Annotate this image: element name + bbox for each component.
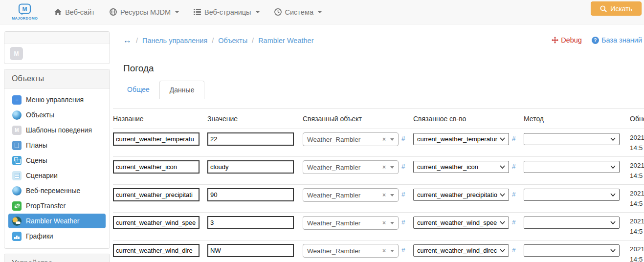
linked-property-select[interactable]: current_weather_temperatur	[413, 133, 509, 145]
method-select[interactable]	[524, 189, 620, 201]
property-value-input[interactable]	[207, 244, 294, 257]
column-header-updated: Обновлено	[630, 115, 644, 123]
chevron-down-icon	[610, 137, 616, 141]
linked-object-select[interactable]: Weather_Rambler ×	[303, 160, 399, 174]
chevron-down-icon	[390, 250, 394, 252]
sidebar-item-web-variables[interactable]: Веб-переменные	[8, 183, 106, 198]
nav-item-resources-mjdm[interactable]: Ресурсы MJDM	[110, 8, 179, 16]
brand-text: MAJORDOMO	[12, 16, 38, 21]
linked-object-value: Weather_Rambler	[307, 219, 360, 227]
linked-object-select[interactable]: Weather_Rambler ×	[303, 244, 399, 258]
property-name-input[interactable]	[113, 188, 200, 201]
sidebar-item-control-menu[interactable]: ≡ Меню управления	[8, 92, 106, 107]
chevron-down-icon	[500, 165, 505, 169]
debug-link[interactable]: Debug	[552, 36, 582, 44]
method-select[interactable]	[524, 244, 620, 257]
tab-data[interactable]: Данные	[159, 81, 205, 99]
sidebar-item-rambler-weather[interactable]: Rambler Weather	[8, 214, 106, 228]
nav-item-website[interactable]: Веб-сайт	[54, 8, 95, 16]
knowledge-base-link[interactable]: ? База знаний	[592, 36, 642, 44]
linked-object-select[interactable]: Weather_Rambler ×	[303, 216, 399, 230]
header-links: Debug ? База знаний	[552, 36, 642, 44]
property-hash-link[interactable]: #	[512, 163, 516, 170]
tab-general[interactable]: Общее	[117, 81, 159, 99]
sidebar-item-behavior-templates[interactable]: M Шаблоны поведения	[8, 123, 106, 137]
object-hash-link[interactable]: #	[401, 163, 405, 170]
scenario-icon	[12, 171, 22, 180]
property-name-input[interactable]	[113, 216, 200, 229]
sidebar-objects-panel: Объекты ≡ Меню управления Объекты M Шабл…	[4, 69, 110, 249]
clear-icon[interactable]: ×	[382, 247, 386, 254]
chevron-down-icon	[175, 11, 179, 13]
sidebar-item-label: Веб-переменные	[26, 187, 80, 195]
clear-icon[interactable]: ×	[382, 192, 386, 198]
property-hash-link[interactable]: #	[512, 191, 516, 198]
linked-object-select[interactable]: Weather_Rambler ×	[303, 188, 399, 202]
linked-property-select[interactable]: current_weather_icon	[413, 161, 509, 173]
column-header-method: Метод	[524, 115, 630, 123]
property-hash-link[interactable]: #	[512, 246, 516, 254]
breadcrumb-link-control-panel[interactable]: Панель управления	[142, 37, 207, 44]
property-name-input[interactable]	[113, 160, 200, 174]
table-row: Weather_Rambler × # current_weather_temp…	[113, 129, 644, 156]
property-value-input[interactable]	[207, 216, 294, 229]
object-hash-link[interactable]: #	[401, 191, 405, 198]
object-hash-link[interactable]: #	[401, 246, 405, 254]
breadcrumb-link-rambler-weather[interactable]: Rambler Weather	[258, 37, 313, 44]
updated-timestamp: 202114:5	[630, 188, 644, 212]
majordomo-logo[interactable]: M MAJORDOMO	[12, 3, 38, 21]
column-header-name: Название	[113, 115, 207, 123]
chevron-down-icon	[390, 138, 394, 141]
linked-object-value: Weather_Rambler	[307, 136, 360, 143]
scenes-icon	[12, 156, 22, 165]
sidebar-item-label: Меню управления	[26, 96, 84, 104]
linked-object-value: Weather_Rambler	[307, 247, 360, 255]
column-header-linked-property: Связанное св-во	[413, 115, 524, 123]
chevron-down-icon	[500, 137, 505, 141]
sidebar: M Объекты ≡ Меню управления Объекты M Ша…	[4, 31, 110, 262]
weather-icon	[12, 217, 22, 226]
sidebar-item-plans[interactable]: Планы	[8, 138, 106, 153]
sidebar-item-label: Объекты	[26, 111, 54, 119]
sphere-icon	[12, 110, 22, 120]
sidebar-item-label: Сцены	[26, 156, 47, 164]
clear-icon[interactable]: ×	[382, 164, 386, 171]
updated-timestamp: 202114:5	[630, 244, 644, 262]
sidebar-item-proptransfer[interactable]: PropTransfer	[8, 198, 106, 213]
sidebar-item-scenes[interactable]: Сцены	[8, 153, 106, 168]
web-globe-icon	[12, 186, 22, 196]
method-select[interactable]	[524, 133, 620, 145]
property-value-input[interactable]	[207, 132, 294, 146]
clear-icon[interactable]: ×	[382, 136, 386, 143]
property-value-input[interactable]	[207, 160, 294, 174]
sidebar-item-charts[interactable]: Графики	[8, 229, 106, 243]
property-name-input[interactable]	[113, 132, 200, 146]
nav-item-system[interactable]: Система	[274, 8, 322, 16]
property-value-input[interactable]	[207, 188, 294, 201]
linked-property-value: current_weather_icon	[417, 163, 500, 171]
globe-icon	[110, 8, 117, 16]
nav-item-web-pages[interactable]: Веб-страницы	[194, 8, 260, 16]
search-button[interactable]: Искать	[591, 1, 642, 16]
method-select[interactable]	[524, 161, 620, 173]
breadcrumb-link-objects[interactable]: Объекты	[218, 37, 247, 44]
property-hash-link[interactable]: #	[512, 218, 516, 226]
linked-property-select[interactable]: current_weather_wind_direc	[413, 244, 509, 257]
clear-icon[interactable]: ×	[382, 219, 386, 226]
method-select[interactable]	[524, 217, 620, 229]
menu-icon: ≡	[12, 95, 22, 105]
nav-item-label: Веб-страницы	[204, 8, 251, 16]
sidebar-item-scenarios[interactable]: Сценарии	[8, 168, 106, 183]
property-name-input[interactable]	[113, 244, 200, 257]
object-hash-link[interactable]: #	[401, 135, 405, 142]
linked-object-value: Weather_Rambler	[307, 164, 360, 171]
sidebar-item-objects[interactable]: Объекты	[8, 108, 106, 122]
object-hash-link[interactable]: #	[401, 218, 405, 226]
linked-property-select[interactable]: current_weather_wind_spee	[413, 217, 509, 229]
column-header-linked-object: Связанный объект	[303, 115, 413, 123]
property-hash-link[interactable]: #	[512, 135, 516, 142]
linked-object-select[interactable]: Weather_Rambler ×	[303, 132, 399, 146]
swap-arrows-icon[interactable]: ↔	[123, 36, 132, 44]
home-icon	[54, 9, 62, 16]
linked-property-select[interactable]: current_weather_precipitatio	[413, 189, 509, 201]
